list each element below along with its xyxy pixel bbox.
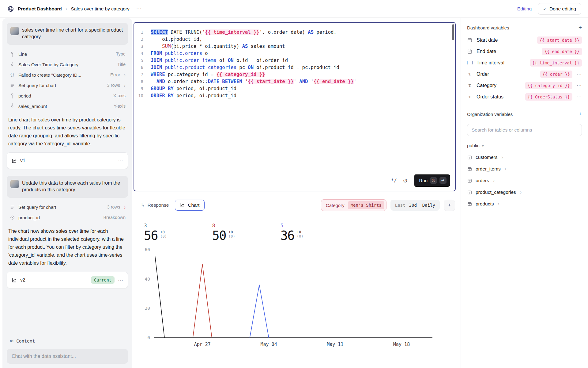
variable-value-pill: {{ start_date }} <box>537 36 582 44</box>
tab-response[interactable]: ↳ Response <box>137 200 172 211</box>
code-text: SELECT DATE_TRUNC('{{ time_interval }}',… <box>151 29 337 36</box>
calendar-icon <box>467 49 473 54</box>
category-filter-pill[interactable]: Category Men's Shirts <box>321 199 386 211</box>
series-total: 36 <box>281 229 294 242</box>
more-icon[interactable]: ⋯ <box>118 158 123 164</box>
topbar: Product Dashboard › Sales over time by c… <box>0 0 588 18</box>
variable-row-category[interactable]: TCategory{{ category_id }}⋯ <box>461 80 588 91</box>
step-label: period <box>18 93 31 98</box>
tab-chart[interactable]: Chart <box>175 200 205 211</box>
search-tables-input[interactable] <box>467 124 582 136</box>
chevron-right-icon: › <box>505 166 506 172</box>
add-filter-button[interactable]: + <box>444 200 455 211</box>
code-text: SUM(oi.price * oi.quantity) AS sales_amo… <box>151 43 285 50</box>
line-number: 1 <box>134 29 151 36</box>
indent-guide <box>174 36 175 50</box>
code-line: 5JOIN public.order_items oi ON o.id = oi… <box>134 57 455 64</box>
assistant-steps-group-2: Set query for chart3 rows›product_idBrea… <box>7 202 128 223</box>
breadcrumb-current[interactable]: Sales over time by category <box>71 6 130 12</box>
more-icon[interactable]: ⋯ <box>576 71 582 77</box>
more-icon[interactable]: ⋯ <box>576 94 582 100</box>
more-icon[interactable]: ⋯ <box>118 277 123 283</box>
line-number: 5 <box>134 57 151 64</box>
svg-text:May 18: May 18 <box>393 342 410 347</box>
category-filter-label: Category <box>326 203 345 208</box>
breadcrumb-more-icon[interactable]: ⋯ <box>136 6 141 12</box>
variable-row-time-interval[interactable]: [ ]Time interval{{ time_interval }} <box>461 57 588 68</box>
rows-icon <box>9 205 15 209</box>
axis-start-icon <box>9 51 15 57</box>
version-card-v2[interactable]: v2 Current ⋯ <box>7 272 128 288</box>
variable-row-order[interactable]: TOrder{{ order }}⋯ <box>461 68 588 80</box>
chart-tab-icon <box>180 203 185 208</box>
target-icon <box>9 215 15 220</box>
variable-row-end-date[interactable]: End date{{ end_date }} <box>461 46 588 57</box>
variable-row-start-date[interactable]: Start date{{ start_date }} <box>461 34 588 46</box>
step-value: Title <box>117 62 126 67</box>
step-value: Breakdown <box>103 215 126 220</box>
table-item-products[interactable]: products› <box>461 198 588 210</box>
enter-key-icon: ↵ <box>439 177 447 184</box>
code-line: 9GROUP BY period, oi.product_id <box>134 85 455 92</box>
context-button[interactable]: ∞ Context <box>7 336 128 349</box>
sql-code: 1SELECT DATE_TRUNC('{{ time_interval }}'… <box>134 29 455 99</box>
line-number: 8 <box>134 78 151 85</box>
text-icon: T <box>467 83 473 88</box>
format-query-icon[interactable]: */ <box>391 178 397 183</box>
assistant-step: periodX-axis <box>7 90 128 101</box>
line-chart-icon <box>12 158 17 163</box>
sql-editor[interactable]: 1SELECT DATE_TRUNC('{{ time_interval }}'… <box>134 22 456 191</box>
table-icon <box>467 190 472 195</box>
user-message-2-text: Update this data to show each sales from… <box>22 180 120 192</box>
assistant-step[interactable]: Set query for chart3 rows› <box>7 202 128 212</box>
add-dashboard-variable-button[interactable]: + <box>579 24 582 31</box>
line-chart-svg: 0204060Apr 27May 04May 11May 18 <box>134 243 456 348</box>
assistant-step[interactable]: {}Failed to create "Category ID...Error› <box>7 70 128 80</box>
cmd-key-icon: ⌘ <box>430 177 437 184</box>
chat-input[interactable] <box>7 349 128 364</box>
svg-text:Apr 27: Apr 27 <box>194 342 211 347</box>
variable-value-pill: {{ order }} <box>540 71 572 78</box>
more-icon[interactable]: ⋯ <box>576 82 582 88</box>
step-label: sales_amount <box>18 104 47 109</box>
step-value: Y-axis <box>114 104 126 109</box>
assistant-step[interactable]: Set query for chart3 rows› <box>7 80 128 90</box>
assistant-sidebar: sales over time line chart for a specifi… <box>2 18 132 368</box>
editor-scrollbar[interactable] <box>452 24 454 40</box>
text-icon: T <box>467 72 473 77</box>
results-toolbar: ↳ Response Chart Category Men's Shirts L… <box>134 199 456 211</box>
code-text: FROM public.orders o <box>151 50 208 57</box>
done-editing-label: Done editing <box>549 6 576 12</box>
chevron-right-icon: › <box>124 205 126 210</box>
chevron-right-icon: › <box>493 178 495 183</box>
code-text: ORDER BY period, oi.product_id <box>151 92 236 99</box>
step-label: Set query for chart <box>18 205 56 210</box>
step-value: 3 rows <box>107 83 120 88</box>
variable-row-order-status[interactable]: TOrder status{{ OrderStatus }}⋯ <box>461 91 588 102</box>
series-delta: +0 <box>297 230 303 234</box>
code-line: 6JOIN public.product_categories pc ON oi… <box>134 64 455 71</box>
done-editing-button[interactable]: ✓ Done editing <box>538 3 581 15</box>
version-label: v1 <box>20 158 25 163</box>
step-label: Failed to create "Category ID... <box>18 72 81 78</box>
query-history-icon[interactable]: ↺ <box>403 177 408 184</box>
table-item-customers[interactable]: customers› <box>461 151 588 163</box>
date-range-filter-pill[interactable]: Last 30d Daily <box>390 200 440 211</box>
breadcrumb-root[interactable]: Product Dashboard <box>7 6 62 12</box>
series-stats-row: 356+0(0)850+0(0)536+0(0) <box>144 223 456 242</box>
add-organization-variable-button[interactable]: + <box>579 111 582 117</box>
schema-dropdown[interactable]: public ▾ <box>461 143 588 148</box>
series-total: 56 <box>144 229 158 242</box>
assistant-step: product_idBreakdown <box>7 212 128 223</box>
table-item-order_items[interactable]: order_items› <box>461 163 588 175</box>
chevron-right-icon: › <box>124 83 126 88</box>
table-name: orders <box>476 178 489 183</box>
category-filter-value: Men's Shirts <box>348 201 384 209</box>
code-text: GROUP BY period, oi.product_id <box>151 85 236 92</box>
version-card-v1[interactable]: v1 ⋯ <box>7 152 128 169</box>
table-item-product_categories[interactable]: product_categories› <box>461 186 588 198</box>
table-item-orders[interactable]: orders› <box>461 175 588 186</box>
code-text: JOIN public.order_items oi ON o.id = oi.… <box>151 57 288 64</box>
run-query-button[interactable]: Run ⌘ ↵ <box>414 174 450 187</box>
braces-icon: {} <box>9 73 15 77</box>
